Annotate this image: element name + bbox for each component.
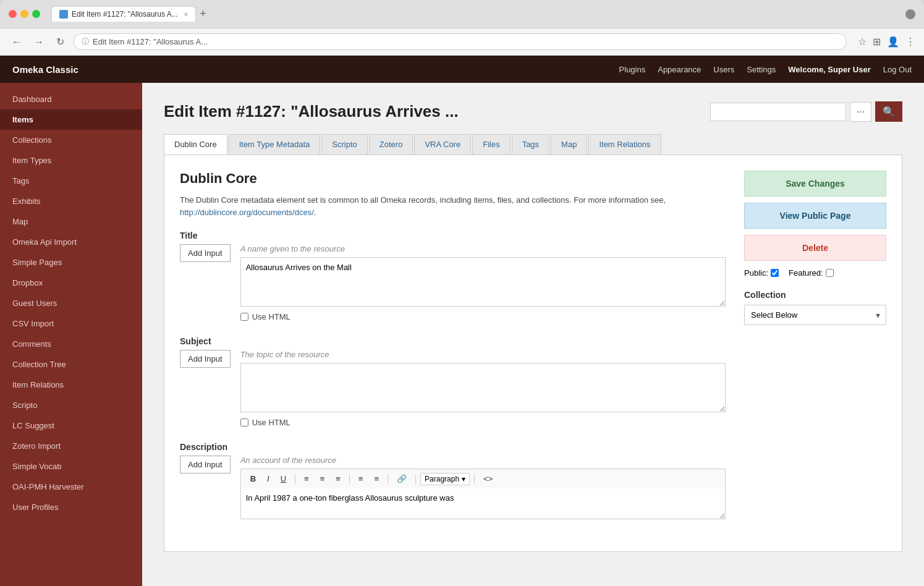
description-textarea[interactable]: In April 1987 a one-ton fiberglass Allos… [240, 488, 726, 519]
address-bar[interactable]: ⓘ Edit Item #1127: "Allosaurus A... [74, 33, 847, 50]
dublin-core-form: Dublin Core The Dublin Core metadata ele… [180, 171, 726, 536]
collection-select[interactable]: Select Below [744, 305, 886, 325]
info-icon: ⓘ [82, 36, 89, 47]
profile-icon[interactable]: 👤 [887, 36, 899, 48]
camera-icon [905, 9, 915, 19]
rte-bold-button[interactable]: B [246, 472, 260, 485]
sidebar-item-simple-pages[interactable]: Simple Pages [0, 252, 142, 273]
nav-users[interactable]: Users [713, 65, 734, 74]
save-changes-button[interactable]: Save Changes [744, 171, 886, 197]
maximize-button[interactable] [32, 10, 40, 18]
back-button[interactable]: ← [9, 35, 25, 49]
star-icon[interactable]: ☆ [858, 36, 867, 48]
rte-source-button[interactable]: <> [479, 472, 497, 485]
sidebar-item-guest-users[interactable]: Guest Users [0, 293, 142, 313]
refresh-button[interactable]: ↻ [53, 35, 67, 49]
description-add-input-button[interactable]: Add Input [180, 456, 231, 473]
browser-titlebar: Edit Item #1127: "Allosaurus A... × + [0, 0, 924, 28]
sidebar-item-collections[interactable]: Collections [0, 130, 142, 150]
app-body: Dashboard Items Collections Item Types T… [0, 83, 924, 586]
featured-label[interactable]: Featured: [789, 268, 834, 278]
dublin-core-link[interactable]: http://dublincore.org/documents/dces/ [180, 208, 314, 217]
sidebar-item-oai-pmh-harvester[interactable]: OAI-PMH Harvester [0, 477, 142, 497]
minimize-button[interactable] [20, 10, 28, 18]
tab-map[interactable]: Map [551, 134, 587, 155]
collection-select-wrapper[interactable]: Select Below [744, 305, 886, 325]
rte-link-button[interactable]: 🔗 [392, 472, 411, 485]
main-content: Edit Item #1127: "Allosaurus Arrives ...… [142, 83, 924, 586]
nav-settings[interactable]: Settings [747, 65, 776, 74]
title-add-input-button[interactable]: Add Input [180, 244, 231, 262]
rte-align-center-button[interactable]: ≡ [316, 472, 329, 485]
tab-scripto[interactable]: Scripto [321, 134, 367, 155]
search-options-button[interactable]: ··· [850, 102, 871, 122]
description-hint: An account of the resource [240, 456, 726, 465]
public-label[interactable]: Public: [744, 268, 779, 278]
extensions-icon[interactable]: ⊞ [873, 36, 881, 48]
tab-tags[interactable]: Tags [512, 134, 549, 155]
rte-underline-button[interactable]: U [276, 472, 290, 485]
title-use-html-checkbox[interactable] [240, 313, 248, 321]
featured-checkbox[interactable] [826, 269, 834, 277]
featured-text: Featured: [789, 268, 823, 278]
rte-unordered-list-button[interactable]: ≡ [354, 472, 368, 485]
nav-appearance[interactable]: Appearance [658, 65, 701, 74]
field-title: Title Add Input A name given to the reso… [180, 231, 726, 321]
sidebar-item-items[interactable]: Items [0, 109, 142, 130]
nav-plugins[interactable]: Plugins [619, 65, 646, 74]
sidebar-item-zotero-import[interactable]: Zotero Import [0, 436, 142, 456]
sidebar-item-omeka-api-import[interactable]: Omeka Api Import [0, 232, 142, 252]
sidebar-item-csv-import[interactable]: CSV Import [0, 313, 142, 334]
tab-item-type-metadata[interactable]: Item Type Metadata [229, 134, 321, 155]
subject-use-html-row: Use HTML [240, 418, 726, 427]
tab-vra-core[interactable]: VRA Core [414, 134, 471, 155]
app-nav-links: Plugins Appearance Users Settings Welcom… [619, 65, 912, 74]
subject-use-html-checkbox[interactable] [240, 418, 248, 427]
new-tab-button[interactable]: + [200, 7, 206, 20]
sidebar-item-user-profiles[interactable]: User Profiles [0, 497, 142, 517]
tab-item-relations[interactable]: Item Relations [588, 134, 661, 155]
rte-ordered-list-button[interactable]: ≡ [370, 472, 383, 485]
rte-divider-2 [349, 474, 350, 484]
tab-zotero[interactable]: Zotero [369, 134, 413, 155]
sidebar-item-dashboard[interactable]: Dashboard [0, 89, 142, 109]
subject-textarea[interactable] [240, 363, 726, 412]
sidebar-item-comments[interactable]: Comments [0, 334, 142, 354]
search-input[interactable] [710, 103, 846, 121]
subject-add-input-button[interactable]: Add Input [180, 350, 231, 368]
tab-dublin-core[interactable]: Dublin Core [164, 134, 227, 155]
tab-files[interactable]: Files [472, 134, 510, 155]
rte-paragraph-dropdown[interactable]: Paragraph ▾ [420, 473, 470, 485]
sidebar-item-lc-suggest[interactable]: LC Suggest [0, 415, 142, 436]
sidebar-item-tags[interactable]: Tags [0, 171, 142, 191]
nav-logout[interactable]: Log Out [883, 65, 912, 74]
title-hint: A name given to the resource [240, 244, 726, 253]
rte-divider-5 [474, 474, 475, 484]
rte-italic-button[interactable]: I [263, 472, 274, 485]
sidebar-item-exhibits[interactable]: Exhibits [0, 191, 142, 211]
sidebar-item-item-types[interactable]: Item Types [0, 150, 142, 171]
delete-button[interactable]: Delete [744, 235, 886, 261]
view-public-page-button[interactable]: View Public Page [744, 203, 886, 229]
rte-divider-3 [388, 474, 388, 484]
app-brand[interactable]: Omeka Classic [12, 64, 78, 75]
forward-button[interactable]: → [31, 35, 47, 49]
rte-align-left-button[interactable]: ≡ [300, 472, 313, 485]
sidebar-item-map[interactable]: Map [0, 211, 142, 232]
sidebar-item-collection-tree[interactable]: Collection Tree [0, 354, 142, 375]
title-textarea[interactable]: Allosaurus Arrives on the Mall [240, 257, 726, 307]
sidebar-item-item-relations[interactable]: Item Relations [0, 375, 142, 395]
sidebar-item-dropbox[interactable]: Dropbox [0, 273, 142, 293]
description-row: Add Input An account of the resource B I… [180, 456, 726, 521]
search-go-button[interactable]: 🔍 [875, 101, 902, 122]
tab-close-button[interactable]: × [184, 11, 188, 18]
rte-divider-1 [295, 474, 295, 484]
content-panel: Dublin Core The Dublin Core metadata ele… [164, 155, 902, 552]
menu-icon[interactable]: ⋮ [905, 36, 915, 48]
browser-tab[interactable]: Edit Item #1127: "Allosaurus A... × [51, 6, 196, 22]
public-checkbox[interactable] [771, 269, 779, 277]
close-button[interactable] [9, 10, 17, 18]
sidebar-item-scripto[interactable]: Scripto [0, 395, 142, 415]
rte-align-right-button[interactable]: ≡ [331, 472, 345, 485]
sidebar-item-simple-vocab[interactable]: Simple Vocab [0, 456, 142, 477]
